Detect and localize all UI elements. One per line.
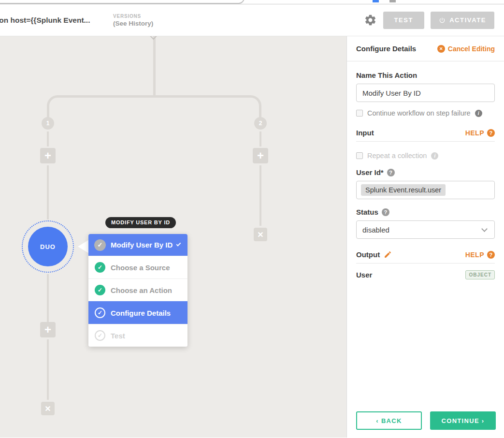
continue-on-failure-label: Continue workflow on step failure bbox=[367, 109, 471, 117]
connector-segment bbox=[47, 165, 49, 219]
menu-pointer-arrow bbox=[78, 240, 89, 253]
menu-item-choose-source[interactable]: ✓ Choose a Source bbox=[88, 256, 187, 278]
connector-segment bbox=[259, 165, 261, 226]
collapse-chevron-icon[interactable] bbox=[150, 36, 158, 40]
versions-label: VERSIONS bbox=[113, 14, 153, 19]
output-title-text: Output bbox=[356, 250, 380, 259]
edit-pencil-icon[interactable] bbox=[384, 250, 392, 259]
user-id-question-icon[interactable]: ? bbox=[387, 169, 395, 176]
add-step-button[interactable]: + bbox=[40, 148, 56, 163]
repeat-collection-label: Repeat a collection bbox=[367, 152, 427, 160]
repeat-collection-checkbox[interactable] bbox=[356, 152, 363, 159]
test-button[interactable]: TEST bbox=[383, 12, 425, 29]
versions-block[interactable]: VERSIONS (See History) bbox=[113, 14, 153, 27]
help-label: HELP bbox=[465, 251, 484, 259]
repeat-collection-row: Repeat a collection i bbox=[356, 152, 495, 160]
menu-item-label: Choose a Source bbox=[111, 263, 170, 272]
cancel-circle-icon: ✕ bbox=[437, 45, 445, 53]
output-type-badge: OBJECT bbox=[465, 270, 495, 279]
output-section-header: Output HELP ? bbox=[356, 250, 495, 259]
panel-footer: ‹ BACK CONTINUE › bbox=[356, 411, 496, 430]
status-label-row: Status ? bbox=[356, 208, 495, 216]
help-label: HELP bbox=[465, 129, 484, 137]
status-select[interactable]: disabled bbox=[356, 220, 495, 239]
toolbar-actions: TEST ACTIVATE bbox=[364, 12, 495, 29]
menu-item-label: Choose an Action bbox=[111, 286, 172, 294]
help-question-icon: ? bbox=[487, 251, 495, 259]
menu-item-configure-details[interactable]: ✓ Configure Details bbox=[88, 301, 187, 324]
menu-item-choose-action[interactable]: ✓ Choose an Action bbox=[88, 278, 187, 301]
cancel-editing-label: Cancel Editing bbox=[448, 45, 495, 53]
activate-button[interactable]: ACTIVATE bbox=[431, 12, 494, 29]
status-label: Status bbox=[356, 208, 378, 216]
branch-2-badge: 2 bbox=[254, 117, 267, 130]
check-circle-icon: ✓ bbox=[95, 262, 105, 273]
status-selected-value: disabled bbox=[362, 226, 389, 234]
user-id-label-row: User Id* ? bbox=[356, 168, 495, 176]
user-id-token-chip[interactable]: Splunk Event.result.user bbox=[361, 184, 446, 196]
app-root: ion host={{Splunk Event... VERSIONS (See… bbox=[0, 0, 504, 438]
action-name-input[interactable] bbox=[356, 84, 495, 102]
check-circle-icon: ✓ bbox=[95, 330, 105, 341]
connector-trunk bbox=[153, 36, 156, 97]
chevron-down-icon bbox=[481, 226, 488, 232]
menu-item-label: Configure Details bbox=[111, 309, 171, 317]
continue-button[interactable]: CONTINUE › bbox=[430, 411, 496, 430]
power-icon bbox=[439, 17, 446, 24]
workflow-canvas[interactable]: 1 2 + + ✕ DUO + ✕ MODIFY USER BY ID ✓ bbox=[0, 36, 346, 438]
browser-extension-icon-gray[interactable] bbox=[389, 0, 396, 2]
output-field-name: User bbox=[356, 271, 372, 279]
user-id-input[interactable]: Splunk Event.result.user bbox=[356, 181, 495, 199]
connector-segment bbox=[47, 274, 49, 322]
browser-extension-icon-blue[interactable] bbox=[373, 0, 379, 2]
info-icon[interactable]: i bbox=[431, 152, 438, 160]
connector-branch-curve bbox=[47, 95, 261, 117]
panel-title: Configure Details bbox=[356, 44, 416, 53]
name-action-label: Name This Action bbox=[356, 71, 495, 79]
connector-segment bbox=[259, 131, 261, 146]
user-id-label: User Id* bbox=[356, 168, 384, 176]
menu-item-test: ✓ Test bbox=[88, 324, 187, 347]
duo-action-node[interactable]: DUO bbox=[28, 227, 68, 266]
check-circle-icon: ✓ bbox=[94, 239, 106, 251]
activate-label: ACTIVATE bbox=[449, 16, 486, 24]
panel-body: Name This Action Continue workflow on st… bbox=[347, 61, 504, 279]
output-section-title: Output bbox=[356, 250, 392, 259]
menu-item-label: Test bbox=[111, 332, 125, 340]
input-section-title: Input bbox=[356, 129, 374, 137]
info-icon[interactable]: i bbox=[475, 110, 482, 117]
section-divider bbox=[356, 263, 495, 263]
panel-header: Configure Details ✕ Cancel Editing bbox=[347, 36, 504, 61]
branch-1-badge: 1 bbox=[42, 117, 54, 130]
section-divider bbox=[356, 141, 495, 142]
input-help-link[interactable]: HELP ? bbox=[465, 129, 495, 137]
status-question-icon[interactable]: ? bbox=[382, 208, 389, 216]
end-branch-button[interactable]: ✕ bbox=[41, 402, 55, 415]
address-bar-fragment[interactable] bbox=[0, 0, 245, 4]
node-step-menu: ✓ Modify User By ID ✓ Choose a Source ✓ … bbox=[88, 234, 187, 347]
cancel-editing-button[interactable]: ✕ Cancel Editing bbox=[437, 45, 495, 53]
output-user-row: User OBJECT bbox=[356, 270, 495, 279]
connector-segment bbox=[47, 131, 49, 146]
back-button[interactable]: ‹ BACK bbox=[356, 411, 422, 430]
configure-details-panel: Configure Details ✕ Cancel Editing Name … bbox=[346, 36, 504, 438]
menu-header-modify-user[interactable]: ✓ Modify User By ID bbox=[88, 234, 187, 256]
workflow-title[interactable]: ion host={{Splunk Event... bbox=[0, 16, 90, 25]
end-branch-button[interactable]: ✕ bbox=[254, 228, 267, 241]
output-help-link[interactable]: HELP ? bbox=[465, 251, 495, 259]
node-tooltip: MODIFY USER BY ID bbox=[105, 217, 176, 228]
duo-logo: DUO bbox=[40, 243, 56, 250]
help-question-icon: ? bbox=[487, 129, 495, 137]
chevron-down-icon bbox=[176, 242, 181, 247]
add-step-button[interactable]: + bbox=[40, 322, 56, 337]
check-circle-icon: ✓ bbox=[95, 285, 105, 295]
see-history-link[interactable]: (See History) bbox=[113, 20, 153, 27]
workflow-toolbar: ion host={{Splunk Event... VERSIONS (See… bbox=[0, 4, 504, 36]
settings-gear-icon[interactable] bbox=[364, 14, 377, 27]
continue-on-failure-checkbox[interactable] bbox=[356, 110, 363, 117]
continue-on-failure-row: Continue workflow on step failure i bbox=[356, 109, 495, 117]
main-content: 1 2 + + ✕ DUO + ✕ MODIFY USER BY ID ✓ bbox=[0, 36, 504, 438]
browser-chrome-strip bbox=[0, 0, 504, 4]
add-step-button[interactable]: + bbox=[253, 148, 268, 163]
connector-segment bbox=[47, 339, 49, 400]
